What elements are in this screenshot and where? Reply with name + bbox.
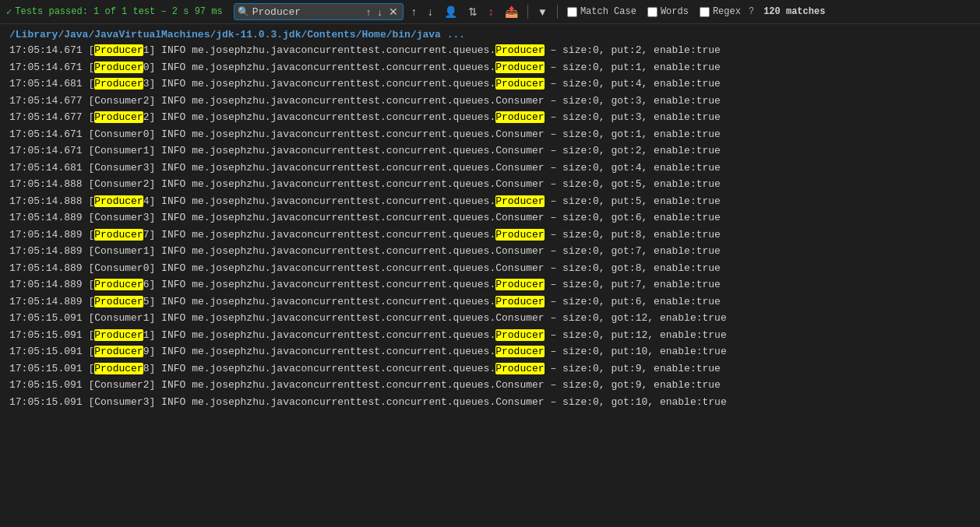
filter-button[interactable]: ▼ (534, 5, 551, 19)
log-level: INFO (161, 178, 185, 190)
timestamp: 17:05:15.091 (9, 396, 83, 408)
thread-bracket-close: ] (149, 363, 155, 374)
package-name: me.josephzhu.javaconcurrenttest.concurre… (192, 111, 495, 123)
match-case-label[interactable]: Match Case (580, 6, 636, 17)
thread-name: Producer (94, 78, 143, 90)
timestamp: 17:05:15.091 (9, 379, 83, 391)
thread-bracket-close: ] (149, 212, 155, 223)
log-line: 17:05:14.888 [Consumer2] INFO me.josephz… (0, 176, 980, 193)
user-icon-button[interactable]: 👤 (441, 4, 460, 19)
thread-bracket-close: ] (149, 296, 155, 307)
thread-name: Producer (94, 229, 143, 241)
next-match-button[interactable]: ↓ (375, 6, 384, 18)
checkmark-icon: ✓ (6, 6, 12, 18)
words-group: Words (647, 6, 689, 17)
thread-name: Consumer (94, 245, 143, 257)
close-search-button[interactable]: ✕ (387, 5, 400, 18)
export-button[interactable]: 📤 (502, 4, 521, 19)
scroll-to-top-button[interactable]: ↑ (408, 4, 420, 19)
log-line: 17:05:14.671 [Consumer0] INFO me.josephz… (0, 126, 980, 143)
match-case-checkbox[interactable] (567, 7, 577, 17)
class-name: Producer (495, 329, 544, 341)
log-message: – size:0, got:10, enable:true (550, 396, 726, 408)
package-name: me.josephzhu.javaconcurrenttest.concurre… (192, 346, 495, 357)
log-line: 17:05:15.091 [Producer9] INFO me.josephz… (0, 343, 980, 360)
thread-bracket-close: ] (149, 279, 155, 290)
sort-asc-button[interactable]: ⇅ (465, 4, 481, 19)
thread-bracket-close: ] (149, 195, 155, 207)
thread-name: Consumer (94, 262, 143, 274)
test-status-text: Tests passed: 1 of 1 test – 2 s 97 ms (15, 6, 222, 17)
thread-name: Producer (94, 61, 143, 73)
timestamp: 17:05:14.888 (9, 195, 83, 207)
log-message: – size:0, got:4, enable:true (550, 162, 720, 174)
thread-bracket-close: ] (149, 379, 155, 391)
log-line: 17:05:14.671 [Producer1] INFO me.josephz… (0, 42, 980, 59)
timestamp: 17:05:14.681 (9, 78, 83, 90)
log-line: 17:05:15.091 [Consumer3] INFO me.josephz… (0, 394, 980, 411)
timestamp: 17:05:14.889 (9, 279, 83, 290)
package-name: me.josephzhu.javaconcurrenttest.concurre… (192, 44, 495, 56)
log-line: 17:05:14.888 [Producer4] INFO me.josephz… (0, 193, 980, 210)
class-name: Producer (495, 279, 544, 290)
package-name: me.josephzhu.javaconcurrenttest.concurre… (192, 95, 495, 107)
thread-name: Producer (94, 44, 143, 56)
package-name: me.josephzhu.javaconcurrenttest.concurre… (192, 329, 495, 341)
log-message: – size:0, put:9, enable:true (550, 363, 720, 374)
log-line: 17:05:14.677 [Consumer2] INFO me.josephz… (0, 93, 980, 110)
export-icon: 📤 (505, 5, 518, 18)
regex-label[interactable]: Regex (713, 6, 741, 17)
thread-name: Consumer (94, 312, 143, 324)
thread-name: Producer (94, 346, 143, 357)
words-label[interactable]: Words (661, 6, 689, 17)
sort-desc-button[interactable]: ↕ (485, 4, 497, 19)
log-level: INFO (161, 262, 185, 274)
log-message: – size:0, got:12, enable:true (550, 312, 726, 324)
log-message: – size:0, got:9, enable:true (550, 379, 720, 391)
timestamp: 17:05:14.671 (9, 128, 83, 140)
class-name: Consumer (495, 245, 544, 257)
log-line: 17:05:14.671 [Consumer1] INFO me.josephz… (0, 142, 980, 160)
log-message: – size:0, got:3, enable:true (550, 95, 720, 107)
log-level: INFO (161, 279, 185, 290)
package-name: me.josephzhu.javaconcurrenttest.concurre… (192, 279, 495, 290)
regex-checkbox[interactable] (700, 7, 710, 17)
log-message: – size:0, put:1, enable:true (550, 61, 720, 73)
class-name: Producer (495, 111, 544, 123)
package-name: me.josephzhu.javaconcurrenttest.concurre… (192, 162, 495, 174)
thread-bracket-close: ] (149, 61, 155, 73)
thread-bracket-close: ] (149, 128, 155, 140)
thread-bracket-close: ] (149, 111, 155, 123)
class-name: Producer (495, 229, 544, 241)
thread-bracket-close: ] (149, 245, 155, 257)
class-name: Consumer (495, 178, 544, 190)
scroll-to-bottom-button[interactable]: ↓ (425, 4, 436, 19)
package-name: me.josephzhu.javaconcurrenttest.concurre… (192, 145, 495, 156)
timestamp: 17:05:14.671 (9, 61, 83, 73)
log-line: 17:05:14.889 [Consumer3] INFO me.josephz… (0, 209, 980, 227)
sort-asc-icon: ⇅ (468, 5, 478, 18)
thread-bracket-close: ] (149, 346, 155, 357)
timestamp: 17:05:15.091 (9, 363, 83, 374)
thread-bracket-close: ] (149, 312, 155, 324)
thread-bracket-close: ] (149, 229, 155, 241)
log-line: 17:05:14.889 [Consumer0] INFO me.josephz… (0, 260, 980, 277)
log-line: 17:05:15.091 [Consumer2] INFO me.josephz… (0, 377, 980, 394)
prev-match-button[interactable]: ↑ (365, 6, 373, 18)
thread-name: Producer (94, 363, 143, 374)
package-name: me.josephzhu.javaconcurrenttest.concurre… (192, 312, 495, 324)
log-line: 17:05:14.889 [Producer7] INFO me.josephz… (0, 227, 980, 244)
log-line: 17:05:14.889 [Producer5] INFO me.josephz… (0, 293, 980, 311)
log-line: 17:05:14.681 [Consumer3] INFO me.josephz… (0, 160, 980, 177)
class-name: Consumer (495, 212, 544, 223)
log-level: INFO (161, 396, 185, 408)
log-level: INFO (161, 379, 185, 391)
log-container: 17:05:14.671 [Producer1] INFO me.josephz… (0, 42, 980, 410)
thread-bracket-close: ] (149, 44, 155, 56)
thread-bracket-close: ] (149, 329, 155, 341)
search-input[interactable] (252, 6, 361, 18)
timestamp: 17:05:15.091 (9, 312, 83, 324)
log-level: INFO (161, 145, 185, 156)
regex-help-button[interactable]: ? (749, 6, 754, 17)
words-checkbox[interactable] (647, 7, 657, 17)
